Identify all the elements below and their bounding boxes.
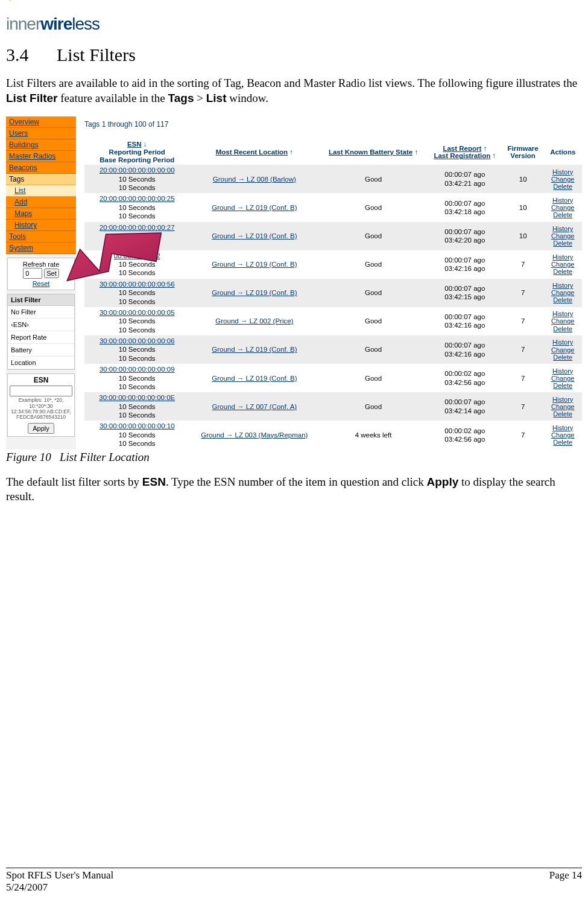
action-change[interactable]: Change bbox=[546, 403, 580, 410]
filter-option[interactable]: ‹ESN› bbox=[8, 319, 74, 331]
table-row: 30:00:00:00:00:00:00:0910 Seconds10 Seco… bbox=[84, 364, 582, 392]
nav-item-tags[interactable]: Tags bbox=[6, 174, 76, 185]
esn-filter-box: ESN Examples: 10*, *20, 10:*20*:30 12:34… bbox=[7, 373, 75, 436]
firmware-cell: 7 bbox=[502, 250, 544, 279]
esn-link[interactable]: 30:00:00:00:00:00:00:56 bbox=[87, 280, 187, 288]
action-delete[interactable]: Delete bbox=[546, 211, 580, 218]
action-change[interactable]: Change bbox=[546, 289, 580, 296]
refresh-rate-box: Refresh rate Set Reset bbox=[7, 258, 75, 290]
esn-link[interactable]: 30:00:00:00:00:00:00:0E bbox=[87, 393, 187, 402]
nav-item-history[interactable]: History bbox=[6, 220, 76, 231]
action-change[interactable]: Change bbox=[546, 317, 580, 325]
action-delete[interactable]: Delete bbox=[546, 268, 580, 275]
tags-table: ESN ↓ Reporting Period Base Reporting Pe… bbox=[84, 139, 582, 449]
action-delete[interactable]: Delete bbox=[546, 240, 580, 247]
table-row: 30:00:00:00:00:00:00:0510 Seconds10 Seco… bbox=[84, 307, 582, 335]
esn-link[interactable]: 20:00:00:00:00:00:00:25 bbox=[87, 194, 187, 203]
location-link[interactable]: Ground → LZ 019 (Conf. B) bbox=[212, 261, 297, 268]
esn-link[interactable]: 00:00:00:00:52 bbox=[87, 252, 187, 260]
esn-link[interactable]: 30:00:00:00:00:00:00:09 bbox=[87, 365, 187, 373]
result-count: Tags 1 through 100 of 117 bbox=[84, 118, 582, 139]
action-history[interactable]: History bbox=[546, 197, 580, 204]
action-history[interactable]: History bbox=[546, 367, 580, 375]
firmware-cell: 10 bbox=[502, 193, 544, 221]
location-link[interactable]: Ground → LZ 003 (Mays/Repman) bbox=[201, 431, 308, 439]
action-history[interactable]: History bbox=[546, 310, 580, 317]
refresh-reset-link[interactable]: Reset bbox=[9, 280, 73, 287]
paragraph-2: The default list filter sorts by ESN. Ty… bbox=[6, 475, 582, 504]
location-link[interactable]: Ground → LZ 007 (Conf. A) bbox=[212, 403, 297, 410]
esn-link[interactable]: 20:00:00:00:00:00:00:27 bbox=[87, 223, 187, 232]
action-change[interactable]: Change bbox=[546, 261, 580, 268]
action-change[interactable]: Change bbox=[546, 431, 580, 439]
refresh-input[interactable] bbox=[23, 268, 42, 279]
filter-option[interactable]: Location bbox=[8, 357, 74, 369]
nav-item-users[interactable]: Users bbox=[6, 128, 76, 139]
col-last[interactable]: Last Report ↑Last Registration ↑ bbox=[428, 139, 502, 165]
action-delete[interactable]: Delete bbox=[546, 410, 580, 418]
filter-option[interactable]: No Filter bbox=[8, 306, 74, 319]
location-link[interactable]: Ground → LZ 019 (Conf. B) bbox=[212, 289, 297, 296]
last-cell: 00:00:02 ago03:42:56 ago bbox=[428, 364, 502, 392]
location-link[interactable]: Ground → LZ 019 (Conf. B) bbox=[212, 346, 297, 353]
location-link[interactable]: Ground → LZ 019 (Conf. B) bbox=[212, 232, 297, 240]
action-change[interactable]: Change bbox=[546, 176, 580, 183]
esn-link[interactable]: 30:00:00:00:00:00:00:10 bbox=[87, 422, 187, 430]
action-history[interactable]: History bbox=[546, 396, 580, 403]
nav-item-system[interactable]: System bbox=[6, 243, 76, 254]
esn-link[interactable]: 20:00:00:00:00:00:00:00 bbox=[87, 166, 187, 174]
last-cell: 00:00:07 ago03:42:21 ago bbox=[428, 165, 502, 193]
action-history[interactable]: History bbox=[546, 225, 580, 232]
action-delete[interactable]: Delete bbox=[546, 439, 580, 446]
location-link[interactable]: Ground → LZ 019 (Conf. B) bbox=[212, 204, 297, 211]
table-row: 30:00:00:00:00:00:00:1010 Seconds10 Seco… bbox=[84, 421, 582, 449]
action-delete[interactable]: Delete bbox=[546, 354, 580, 361]
filter-option[interactable]: Report Rate bbox=[8, 331, 74, 344]
action-history[interactable]: History bbox=[546, 282, 580, 289]
action-delete[interactable]: Delete bbox=[546, 382, 580, 389]
nav-item-list[interactable]: List bbox=[6, 185, 76, 197]
action-delete[interactable]: Delete bbox=[546, 183, 580, 190]
nav-item-beacons[interactable]: Beacons bbox=[6, 162, 76, 174]
action-history[interactable]: History bbox=[546, 253, 580, 261]
last-cell: 00:00:07 ago03:42:20 ago bbox=[428, 222, 502, 250]
col-location[interactable]: Most Recent Location ↑ bbox=[189, 139, 319, 165]
nav-item-maps[interactable]: Maps bbox=[6, 208, 76, 220]
location-link[interactable]: Ground → LZ 008 (Barlow) bbox=[213, 176, 296, 183]
figure-caption: Figure 10 List Filter Location bbox=[6, 451, 582, 464]
location-link[interactable]: Ground → LZ 002 (Price) bbox=[215, 317, 293, 325]
footer-manual-title: Spot RFLS User's Manual bbox=[6, 869, 113, 881]
last-cell: 00:00:07 ago03:42:16 ago bbox=[428, 335, 502, 364]
apply-button[interactable]: Apply bbox=[28, 423, 54, 434]
nav-item-add[interactable]: Add bbox=[6, 197, 76, 208]
filter-option[interactable]: Battery bbox=[8, 344, 74, 357]
nav-item-overview[interactable]: Overview bbox=[6, 116, 76, 128]
table-row: 20:00:00:00:00:00:00:2710 Seconds10 Seco… bbox=[84, 222, 582, 250]
action-change[interactable]: Change bbox=[546, 204, 580, 211]
action-change[interactable]: Change bbox=[546, 232, 580, 240]
col-battery[interactable]: Last Known Battery State ↑ bbox=[319, 139, 428, 165]
nav-item-tools[interactable]: Tools bbox=[6, 231, 76, 243]
action-history[interactable]: History bbox=[546, 338, 580, 346]
action-change[interactable]: Change bbox=[546, 375, 580, 382]
action-history[interactable]: History bbox=[546, 424, 580, 431]
nav-item-master-radios[interactable]: Master Radios bbox=[6, 151, 76, 162]
esn-examples: Examples: 10*, *20, 10:*20*:30 12:34:56:… bbox=[8, 396, 74, 421]
action-change[interactable]: Change bbox=[546, 346, 580, 354]
action-delete[interactable]: Delete bbox=[546, 296, 580, 303]
action-history[interactable]: History bbox=[546, 168, 580, 176]
location-link[interactable]: Ground → LZ 019 (Conf. B) bbox=[212, 375, 297, 382]
firmware-cell: 7 bbox=[502, 335, 544, 364]
esn-input[interactable] bbox=[10, 386, 72, 396]
esn-link[interactable]: 30:00:00:00:00:00:00:06 bbox=[87, 337, 187, 345]
action-delete[interactable]: Delete bbox=[546, 325, 580, 332]
last-cell: 00:00:07 ago03:42:16 ago bbox=[428, 250, 502, 279]
esn-link[interactable]: 30:00:00:00:00:00:00:05 bbox=[87, 308, 187, 317]
esn-label: ESN bbox=[8, 374, 74, 386]
refresh-set-button[interactable]: Set bbox=[44, 268, 59, 278]
table-row: 20:00:00:00:00:00:00:0010 Seconds10 Seco… bbox=[84, 165, 582, 193]
nav-item-buildings[interactable]: Buildings bbox=[6, 139, 76, 151]
col-esn[interactable]: ESN ↓ Reporting Period Base Reporting Pe… bbox=[84, 139, 189, 165]
table-row: 30:00:00:00:00:00:00:5610 Seconds10 Seco… bbox=[84, 279, 582, 307]
col-firmware[interactable]: Firmware Version bbox=[502, 139, 544, 165]
